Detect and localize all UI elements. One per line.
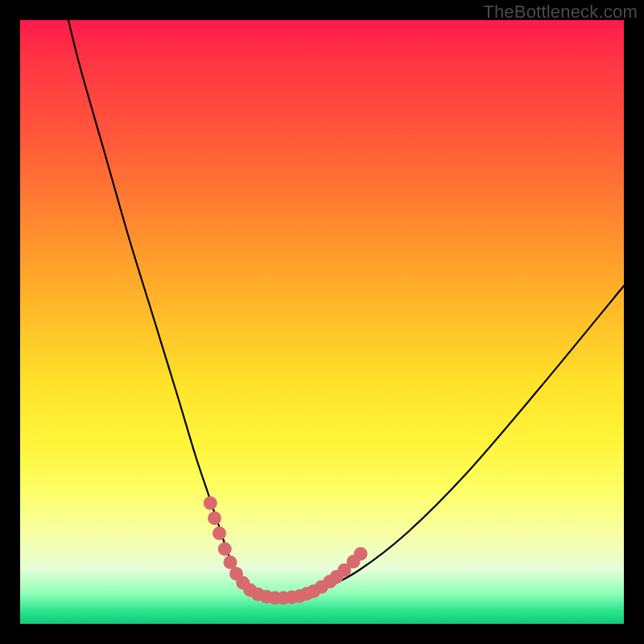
chart-frame [20, 20, 624, 624]
marker-dot [354, 547, 368, 561]
bottleneck-chart [20, 20, 624, 624]
bottleneck-markers [204, 497, 368, 605]
watermark-text: TheBottleneck.com [483, 2, 638, 23]
marker-dot [204, 497, 217, 510]
marker-dot [218, 543, 232, 556]
bottleneck-curve [68, 20, 624, 599]
marker-dot [208, 511, 221, 525]
marker-dot [213, 526, 226, 540]
